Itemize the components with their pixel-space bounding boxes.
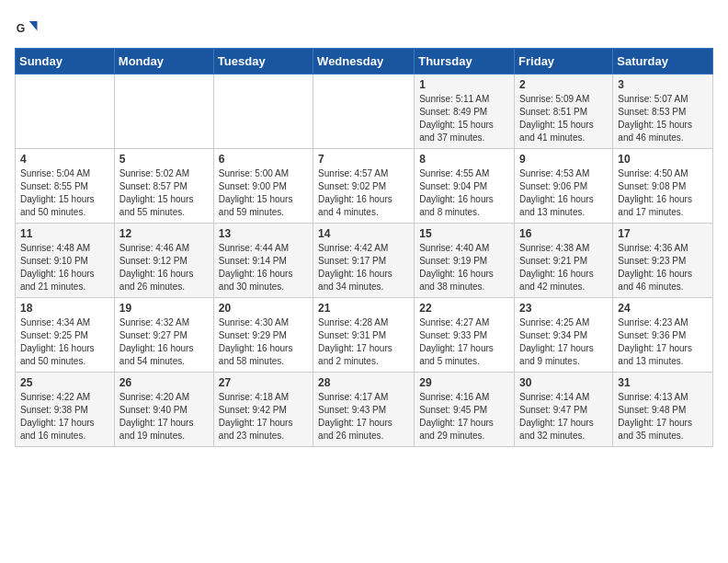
day-number: 16 (519, 227, 608, 240)
cell-content: Sunrise: 5:02 AM Sunset: 8:57 PM Dayligh… (119, 167, 209, 219)
cell-content: Sunrise: 4:34 AM Sunset: 9:25 PM Dayligh… (20, 316, 109, 368)
cell-content: Sunrise: 4:53 AM Sunset: 9:06 PM Dayligh… (519, 167, 608, 219)
calendar-cell: 2Sunrise: 5:09 AM Sunset: 8:51 PM Daylig… (515, 75, 613, 149)
calendar-week-row: 4Sunrise: 5:04 AM Sunset: 8:55 PM Daylig… (16, 149, 713, 224)
calendar-cell (213, 75, 313, 149)
day-number: 21 (318, 302, 409, 315)
cell-content: Sunrise: 4:55 AM Sunset: 9:04 PM Dayligh… (419, 167, 509, 219)
day-number: 3 (618, 78, 708, 91)
svg-marker-1 (29, 21, 38, 31)
day-number: 7 (318, 153, 409, 166)
day-number: 14 (318, 227, 409, 240)
day-number: 31 (618, 376, 708, 389)
calendar-cell: 11Sunrise: 4:48 AM Sunset: 9:10 PM Dayli… (16, 224, 115, 298)
day-header-thursday: Thursday (415, 49, 515, 75)
calendar-cell: 12Sunrise: 4:46 AM Sunset: 9:12 PM Dayli… (114, 224, 213, 298)
logo: G (15, 15, 44, 40)
cell-content: Sunrise: 4:16 AM Sunset: 9:45 PM Dayligh… (419, 391, 509, 442)
cell-content: Sunrise: 4:38 AM Sunset: 9:21 PM Dayligh… (519, 242, 608, 293)
cell-content: Sunrise: 4:46 AM Sunset: 9:12 PM Dayligh… (119, 242, 209, 293)
cell-content: Sunrise: 4:14 AM Sunset: 9:47 PM Dayligh… (519, 391, 608, 442)
day-number: 1 (419, 78, 509, 91)
calendar-cell: 7Sunrise: 4:57 AM Sunset: 9:02 PM Daylig… (313, 149, 415, 224)
cell-content: Sunrise: 4:50 AM Sunset: 9:08 PM Dayligh… (618, 167, 708, 219)
day-number: 12 (119, 227, 209, 240)
cell-content: Sunrise: 5:00 AM Sunset: 9:00 PM Dayligh… (219, 167, 308, 219)
cell-content: Sunrise: 4:28 AM Sunset: 9:31 PM Dayligh… (318, 316, 409, 368)
calendar-cell: 15Sunrise: 4:40 AM Sunset: 9:19 PM Dayli… (415, 224, 515, 298)
cell-content: Sunrise: 4:23 AM Sunset: 9:36 PM Dayligh… (618, 316, 708, 368)
calendar-cell: 8Sunrise: 4:55 AM Sunset: 9:04 PM Daylig… (415, 149, 515, 224)
day-number: 13 (219, 227, 308, 240)
day-number: 15 (419, 227, 509, 240)
cell-content: Sunrise: 4:30 AM Sunset: 9:29 PM Dayligh… (219, 316, 308, 368)
cell-content: Sunrise: 4:44 AM Sunset: 9:14 PM Dayligh… (219, 242, 308, 293)
day-number: 9 (519, 153, 608, 166)
day-header-tuesday: Tuesday (213, 49, 313, 75)
calendar-cell: 9Sunrise: 4:53 AM Sunset: 9:06 PM Daylig… (515, 149, 613, 224)
day-number: 29 (419, 376, 509, 389)
cell-content: Sunrise: 4:42 AM Sunset: 9:17 PM Dayligh… (318, 242, 409, 293)
day-number: 5 (119, 153, 209, 166)
calendar-cell: 31Sunrise: 4:13 AM Sunset: 9:48 PM Dayli… (613, 373, 713, 447)
calendar-cell: 10Sunrise: 4:50 AM Sunset: 9:08 PM Dayli… (613, 149, 713, 224)
page-header: G (15, 15, 713, 40)
day-header-wednesday: Wednesday (313, 49, 415, 75)
calendar-cell: 6Sunrise: 5:00 AM Sunset: 9:00 PM Daylig… (213, 149, 313, 224)
day-number: 24 (618, 302, 708, 315)
calendar-cell: 27Sunrise: 4:18 AM Sunset: 9:42 PM Dayli… (213, 373, 313, 447)
day-header-monday: Monday (114, 49, 213, 75)
cell-content: Sunrise: 5:11 AM Sunset: 8:49 PM Dayligh… (419, 93, 509, 144)
cell-content: Sunrise: 5:04 AM Sunset: 8:55 PM Dayligh… (20, 167, 109, 219)
calendar-week-row: 1Sunrise: 5:11 AM Sunset: 8:49 PM Daylig… (16, 75, 713, 149)
day-number: 26 (119, 376, 209, 389)
cell-content: Sunrise: 4:32 AM Sunset: 9:27 PM Dayligh… (119, 316, 209, 368)
day-number: 4 (20, 153, 109, 166)
cell-content: Sunrise: 4:13 AM Sunset: 9:48 PM Dayligh… (618, 391, 708, 442)
calendar-week-row: 18Sunrise: 4:34 AM Sunset: 9:25 PM Dayli… (16, 298, 713, 373)
day-number: 6 (219, 153, 308, 166)
calendar-cell: 29Sunrise: 4:16 AM Sunset: 9:45 PM Dayli… (415, 373, 515, 447)
calendar-cell: 28Sunrise: 4:17 AM Sunset: 9:43 PM Dayli… (313, 373, 415, 447)
cell-content: Sunrise: 4:48 AM Sunset: 9:10 PM Dayligh… (20, 242, 109, 293)
day-number: 19 (119, 302, 209, 315)
cell-content: Sunrise: 4:57 AM Sunset: 9:02 PM Dayligh… (318, 167, 409, 219)
calendar-cell: 30Sunrise: 4:14 AM Sunset: 9:47 PM Dayli… (515, 373, 613, 447)
cell-content: Sunrise: 4:36 AM Sunset: 9:23 PM Dayligh… (618, 242, 708, 293)
day-number: 18 (20, 302, 109, 315)
cell-content: Sunrise: 4:40 AM Sunset: 9:19 PM Dayligh… (419, 242, 509, 293)
day-number: 22 (419, 302, 509, 315)
day-header-sunday: Sunday (16, 49, 115, 75)
day-number: 25 (20, 376, 109, 389)
day-number: 27 (219, 376, 308, 389)
calendar-cell: 1Sunrise: 5:11 AM Sunset: 8:49 PM Daylig… (415, 75, 515, 149)
calendar-cell: 24Sunrise: 4:23 AM Sunset: 9:36 PM Dayli… (613, 298, 713, 373)
calendar-cell: 18Sunrise: 4:34 AM Sunset: 9:25 PM Dayli… (16, 298, 115, 373)
day-number: 23 (519, 302, 608, 315)
calendar-cell (16, 75, 115, 149)
calendar-cell: 19Sunrise: 4:32 AM Sunset: 9:27 PM Dayli… (114, 298, 213, 373)
cell-content: Sunrise: 4:27 AM Sunset: 9:33 PM Dayligh… (419, 316, 509, 368)
logo-icon: G (15, 15, 40, 40)
calendar-cell: 23Sunrise: 4:25 AM Sunset: 9:34 PM Dayli… (515, 298, 613, 373)
calendar-table: SundayMondayTuesdayWednesdayThursdayFrid… (15, 48, 713, 447)
cell-content: Sunrise: 4:17 AM Sunset: 9:43 PM Dayligh… (318, 391, 409, 442)
day-number: 17 (618, 227, 708, 240)
day-number: 28 (318, 376, 409, 389)
calendar-cell: 17Sunrise: 4:36 AM Sunset: 9:23 PM Dayli… (613, 224, 713, 298)
calendar-week-row: 11Sunrise: 4:48 AM Sunset: 9:10 PM Dayli… (16, 224, 713, 298)
calendar-cell: 26Sunrise: 4:20 AM Sunset: 9:40 PM Dayli… (114, 373, 213, 447)
calendar-cell: 4Sunrise: 5:04 AM Sunset: 8:55 PM Daylig… (16, 149, 115, 224)
calendar-cell: 13Sunrise: 4:44 AM Sunset: 9:14 PM Dayli… (213, 224, 313, 298)
day-header-friday: Friday (515, 49, 613, 75)
cell-content: Sunrise: 4:18 AM Sunset: 9:42 PM Dayligh… (219, 391, 308, 442)
cell-content: Sunrise: 4:22 AM Sunset: 9:38 PM Dayligh… (20, 391, 109, 442)
day-number: 10 (618, 153, 708, 166)
calendar-cell (114, 75, 213, 149)
calendar-week-row: 25Sunrise: 4:22 AM Sunset: 9:38 PM Dayli… (16, 373, 713, 447)
cell-content: Sunrise: 4:20 AM Sunset: 9:40 PM Dayligh… (119, 391, 209, 442)
calendar-cell: 21Sunrise: 4:28 AM Sunset: 9:31 PM Dayli… (313, 298, 415, 373)
calendar-cell: 25Sunrise: 4:22 AM Sunset: 9:38 PM Dayli… (16, 373, 115, 447)
calendar-cell: 14Sunrise: 4:42 AM Sunset: 9:17 PM Dayli… (313, 224, 415, 298)
day-number: 8 (419, 153, 509, 166)
